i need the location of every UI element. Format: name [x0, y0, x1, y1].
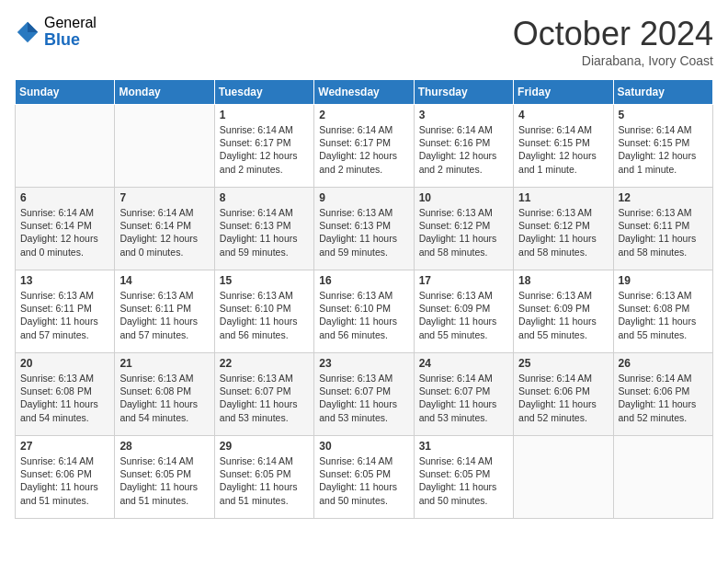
- day-info: Sunrise: 6:13 AM Sunset: 6:09 PM Dayligh…: [518, 289, 608, 341]
- weekday-header: Tuesday: [214, 80, 313, 105]
- weekday-header: Wednesday: [314, 80, 414, 105]
- calendar-week-row: 13Sunrise: 6:13 AM Sunset: 6:11 PM Dayli…: [16, 270, 713, 353]
- page-header: General Blue October 2024 Diarabana, Ivo…: [15, 15, 713, 68]
- calendar-day-cell: 17Sunrise: 6:13 AM Sunset: 6:09 PM Dayli…: [414, 270, 513, 353]
- calendar-week-row: 6Sunrise: 6:14 AM Sunset: 6:14 PM Daylig…: [16, 188, 713, 270]
- calendar-day-cell: 31Sunrise: 6:14 AM Sunset: 6:05 PM Dayli…: [414, 436, 513, 519]
- day-number: 26: [619, 357, 708, 370]
- day-info: Sunrise: 6:14 AM Sunset: 6:17 PM Dayligh…: [319, 123, 408, 176]
- calendar-day-cell: 22Sunrise: 6:13 AM Sunset: 6:07 PM Dayli…: [214, 353, 313, 436]
- day-number: 8: [220, 191, 309, 204]
- day-info: Sunrise: 6:13 AM Sunset: 6:13 PM Dayligh…: [319, 206, 408, 259]
- day-number: 6: [20, 191, 109, 204]
- calendar-day-cell: 7Sunrise: 6:14 AM Sunset: 6:14 PM Daylig…: [115, 188, 214, 270]
- day-number: 27: [20, 440, 109, 453]
- calendar-day-cell: 26Sunrise: 6:14 AM Sunset: 6:06 PM Dayli…: [613, 353, 712, 436]
- calendar-day-cell: 15Sunrise: 6:13 AM Sunset: 6:10 PM Dayli…: [214, 270, 313, 353]
- day-number: 22: [220, 357, 309, 370]
- location: Diarabana, Ivory Coast: [513, 53, 713, 68]
- calendar-day-cell: 10Sunrise: 6:13 AM Sunset: 6:12 PM Dayli…: [414, 188, 513, 270]
- title-block: October 2024 Diarabana, Ivory Coast: [513, 15, 713, 68]
- calendar-day-cell: 27Sunrise: 6:14 AM Sunset: 6:06 PM Dayli…: [16, 436, 115, 519]
- day-info: Sunrise: 6:14 AM Sunset: 6:15 PM Dayligh…: [518, 123, 608, 176]
- calendar-day-cell: [514, 436, 613, 519]
- day-number: 18: [518, 274, 608, 287]
- day-number: 16: [319, 274, 408, 287]
- day-info: Sunrise: 6:14 AM Sunset: 6:07 PM Dayligh…: [419, 372, 508, 424]
- day-number: 30: [319, 440, 408, 453]
- day-info: Sunrise: 6:13 AM Sunset: 6:07 PM Dayligh…: [220, 372, 309, 424]
- day-info: Sunrise: 6:13 AM Sunset: 6:07 PM Dayligh…: [319, 372, 408, 424]
- day-info: Sunrise: 6:13 AM Sunset: 6:10 PM Dayligh…: [319, 289, 408, 341]
- logo-icon: [15, 19, 40, 45]
- day-number: 12: [619, 191, 708, 204]
- day-info: Sunrise: 6:14 AM Sunset: 6:05 PM Dayligh…: [119, 454, 209, 507]
- weekday-header: Saturday: [613, 80, 712, 105]
- svg-marker-1: [28, 21, 38, 31]
- day-number: 23: [319, 357, 408, 370]
- day-number: 31: [419, 440, 508, 453]
- day-number: 9: [319, 191, 408, 204]
- calendar-day-cell: 20Sunrise: 6:13 AM Sunset: 6:08 PM Dayli…: [16, 353, 115, 436]
- month-title: October 2024: [513, 15, 713, 53]
- day-info: Sunrise: 6:14 AM Sunset: 6:06 PM Dayligh…: [20, 454, 109, 507]
- logo-text: General Blue: [44, 15, 97, 49]
- day-info: Sunrise: 6:14 AM Sunset: 6:14 PM Dayligh…: [119, 206, 209, 259]
- calendar-day-cell: [613, 436, 712, 519]
- weekday-header: Thursday: [414, 80, 513, 105]
- calendar-day-cell: 29Sunrise: 6:14 AM Sunset: 6:05 PM Dayli…: [214, 436, 313, 519]
- day-number: 2: [319, 109, 408, 121]
- day-info: Sunrise: 6:13 AM Sunset: 6:08 PM Dayligh…: [20, 372, 109, 424]
- calendar-day-cell: 5Sunrise: 6:14 AM Sunset: 6:15 PM Daylig…: [613, 105, 712, 188]
- calendar-day-cell: 14Sunrise: 6:13 AM Sunset: 6:11 PM Dayli…: [115, 270, 214, 353]
- logo-general: General: [44, 15, 97, 31]
- calendar-week-row: 20Sunrise: 6:13 AM Sunset: 6:08 PM Dayli…: [16, 353, 713, 436]
- calendar-day-cell: 2Sunrise: 6:14 AM Sunset: 6:17 PM Daylig…: [314, 105, 414, 188]
- day-info: Sunrise: 6:14 AM Sunset: 6:05 PM Dayligh…: [220, 454, 309, 507]
- day-number: 29: [220, 440, 309, 453]
- calendar-day-cell: [115, 105, 214, 188]
- calendar-day-cell: 3Sunrise: 6:14 AM Sunset: 6:16 PM Daylig…: [414, 105, 513, 188]
- day-number: 21: [119, 357, 209, 370]
- day-number: 20: [20, 357, 109, 370]
- calendar-week-row: 27Sunrise: 6:14 AM Sunset: 6:06 PM Dayli…: [16, 436, 713, 519]
- day-info: Sunrise: 6:14 AM Sunset: 6:15 PM Dayligh…: [619, 123, 708, 176]
- day-info: Sunrise: 6:13 AM Sunset: 6:10 PM Dayligh…: [220, 289, 309, 341]
- day-info: Sunrise: 6:14 AM Sunset: 6:14 PM Dayligh…: [20, 206, 109, 259]
- day-number: 24: [419, 357, 508, 370]
- day-number: 13: [20, 274, 109, 287]
- day-number: 28: [119, 440, 209, 453]
- weekday-header: Sunday: [16, 80, 115, 105]
- weekday-header: Friday: [514, 80, 613, 105]
- day-info: Sunrise: 6:13 AM Sunset: 6:08 PM Dayligh…: [619, 289, 708, 341]
- day-info: Sunrise: 6:14 AM Sunset: 6:16 PM Dayligh…: [419, 123, 508, 176]
- logo: General Blue: [15, 15, 97, 49]
- calendar-day-cell: 19Sunrise: 6:13 AM Sunset: 6:08 PM Dayli…: [613, 270, 712, 353]
- day-number: 3: [419, 109, 508, 121]
- day-number: 5: [619, 109, 708, 121]
- day-info: Sunrise: 6:13 AM Sunset: 6:11 PM Dayligh…: [619, 206, 708, 259]
- calendar-day-cell: 8Sunrise: 6:14 AM Sunset: 6:13 PM Daylig…: [214, 188, 313, 270]
- calendar-day-cell: 6Sunrise: 6:14 AM Sunset: 6:14 PM Daylig…: [16, 188, 115, 270]
- day-number: 25: [518, 357, 608, 370]
- day-info: Sunrise: 6:14 AM Sunset: 6:17 PM Dayligh…: [220, 123, 309, 176]
- calendar-week-row: 1Sunrise: 6:14 AM Sunset: 6:17 PM Daylig…: [16, 105, 713, 188]
- calendar-day-cell: 23Sunrise: 6:13 AM Sunset: 6:07 PM Dayli…: [314, 353, 414, 436]
- day-info: Sunrise: 6:13 AM Sunset: 6:12 PM Dayligh…: [419, 206, 508, 259]
- day-info: Sunrise: 6:13 AM Sunset: 6:11 PM Dayligh…: [119, 289, 209, 341]
- calendar-day-cell: 30Sunrise: 6:14 AM Sunset: 6:05 PM Dayli…: [314, 436, 414, 519]
- day-number: 15: [220, 274, 309, 287]
- day-number: 11: [518, 191, 608, 204]
- calendar-day-cell: 9Sunrise: 6:13 AM Sunset: 6:13 PM Daylig…: [314, 188, 414, 270]
- calendar-table: SundayMondayTuesdayWednesdayThursdayFrid…: [15, 79, 713, 519]
- calendar-day-cell: 18Sunrise: 6:13 AM Sunset: 6:09 PM Dayli…: [514, 270, 613, 353]
- day-info: Sunrise: 6:13 AM Sunset: 6:12 PM Dayligh…: [518, 206, 608, 259]
- calendar-day-cell: 28Sunrise: 6:14 AM Sunset: 6:05 PM Dayli…: [115, 436, 214, 519]
- calendar-day-cell: 13Sunrise: 6:13 AM Sunset: 6:11 PM Dayli…: [16, 270, 115, 353]
- day-info: Sunrise: 6:14 AM Sunset: 6:13 PM Dayligh…: [220, 206, 309, 259]
- calendar-day-cell: 1Sunrise: 6:14 AM Sunset: 6:17 PM Daylig…: [214, 105, 313, 188]
- day-info: Sunrise: 6:13 AM Sunset: 6:08 PM Dayligh…: [119, 372, 209, 424]
- calendar-day-cell: 21Sunrise: 6:13 AM Sunset: 6:08 PM Dayli…: [115, 353, 214, 436]
- calendar-day-cell: [16, 105, 115, 188]
- weekday-header: Monday: [115, 80, 214, 105]
